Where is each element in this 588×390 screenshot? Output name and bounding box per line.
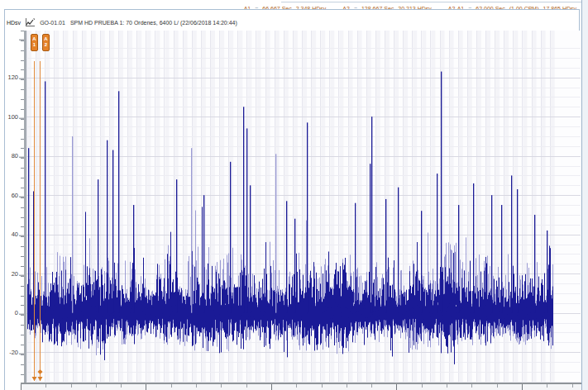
y-tick-label-100: 100 — [5, 113, 18, 121]
y-tick-label-80: 80 — [5, 152, 18, 159]
y-tick-label-0: 0 — [5, 309, 18, 316]
trend-chart-icon[interactable] — [26, 18, 35, 26]
x-axis — [21, 383, 583, 390]
chart-title: SPM HD PRUEBA 1: 70 Ordenes, 6400 L/ (22… — [70, 20, 237, 26]
waveform-plot-canvas[interactable] — [26, 31, 581, 383]
cursor-flag-a1[interactable]: A1 — [31, 34, 38, 51]
y-tick-label-20: 20 — [5, 270, 18, 278]
x-axis-major-ticks — [21, 384, 583, 390]
y-tick-label-60: 60 — [5, 192, 18, 199]
unit-selector-label[interactable]: HDsv — [7, 20, 21, 26]
y-tick-label-120: 120 — [5, 74, 18, 81]
chart-title-row: HDsv GO-01.01 SPM HD PRUEBA 1: 70 Ordene… — [7, 18, 237, 26]
cursor-flag-a2[interactable]: A2 — [42, 34, 50, 51]
measuring-point-id: GO-01.01 — [40, 20, 65, 26]
y-tick-label--20: -20 — [5, 349, 18, 356]
waveform-chart-panel: HDsv GO-01.01 SPM HD PRUEBA 1: 70 Ordene… — [4, 9, 580, 390]
adjacent-panel-edge — [581, 0, 588, 390]
header-separator — [281, 2, 588, 2]
y-tick-label-40: 40 — [5, 231, 18, 238]
